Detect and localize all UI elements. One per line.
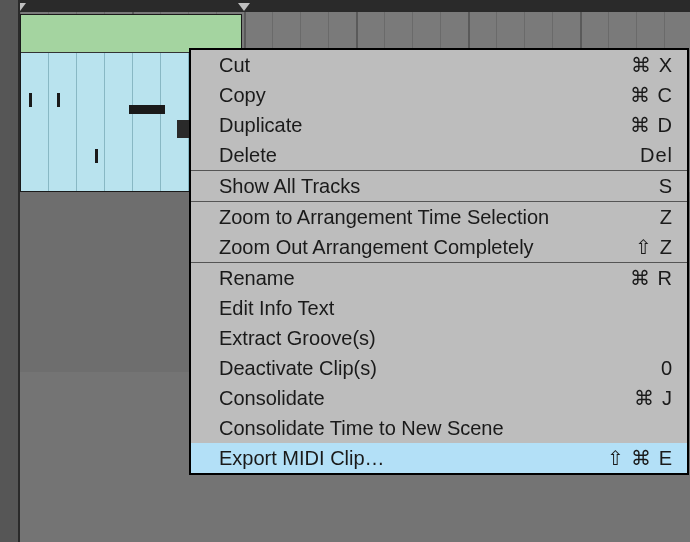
midi-note: [129, 105, 165, 114]
menu-item-zoom-selection[interactable]: Zoom to Arrangement Time Selection Z: [191, 202, 687, 232]
menu-item-extract-groove[interactable]: Extract Groove(s): [191, 323, 687, 353]
menu-label: Copy: [219, 84, 266, 107]
midi-note: [57, 93, 60, 107]
menu-item-duplicate[interactable]: Duplicate ⌘ D: [191, 110, 687, 140]
menu-shortcut: ⇧ Z: [635, 235, 673, 259]
menu-item-deactivate-clips[interactable]: Deactivate Clip(s) 0: [191, 353, 687, 383]
menu-shortcut: Del: [640, 144, 673, 167]
menu-label: Export MIDI Clip…: [219, 447, 385, 470]
menu-label: Deactivate Clip(s): [219, 357, 377, 380]
menu-shortcut: Z: [660, 206, 673, 229]
menu-label: Cut: [219, 54, 250, 77]
menu-item-cut[interactable]: Cut ⌘ X: [191, 50, 687, 80]
menu-label: Consolidate Time to New Scene: [219, 417, 504, 440]
midi-note: [95, 149, 98, 163]
menu-shortcut: ⌘ X: [631, 53, 673, 77]
menu-shortcut: 0: [661, 357, 673, 380]
menu-label: Zoom to Arrangement Time Selection: [219, 206, 549, 229]
track-gutter: [0, 0, 20, 542]
menu-item-delete[interactable]: Delete Del: [191, 140, 687, 170]
menu-item-show-all-tracks[interactable]: Show All Tracks S: [191, 171, 687, 201]
loop-brace[interactable]: [20, 3, 244, 13]
menu-label: Show All Tracks: [219, 175, 360, 198]
clip-edge: [177, 120, 189, 138]
menu-label: Duplicate: [219, 114, 302, 137]
menu-label: Extract Groove(s): [219, 327, 376, 350]
menu-label: Edit Info Text: [219, 297, 334, 320]
menu-shortcut: S: [659, 175, 673, 198]
midi-note: [29, 93, 32, 107]
menu-item-consolidate-scene[interactable]: Consolidate Time to New Scene: [191, 413, 687, 443]
menu-item-edit-info[interactable]: Edit Info Text: [191, 293, 687, 323]
menu-label: Consolidate: [219, 387, 325, 410]
menu-item-zoom-out[interactable]: Zoom Out Arrangement Completely ⇧ Z: [191, 232, 687, 262]
menu-label: Rename: [219, 267, 295, 290]
menu-shortcut: ⌘ R: [630, 266, 673, 290]
menu-item-copy[interactable]: Copy ⌘ C: [191, 80, 687, 110]
menu-item-export-midi[interactable]: Export MIDI Clip… ⇧ ⌘ E: [191, 443, 687, 473]
menu-label: Delete: [219, 144, 277, 167]
menu-item-rename[interactable]: Rename ⌘ R: [191, 263, 687, 293]
menu-item-consolidate[interactable]: Consolidate ⌘ J: [191, 383, 687, 413]
menu-shortcut: ⌘ C: [630, 83, 673, 107]
menu-shortcut: ⌘ D: [630, 113, 673, 137]
context-menu: Cut ⌘ X Copy ⌘ C Duplicate ⌘ D Delete De…: [189, 48, 689, 475]
menu-shortcut: ⇧ ⌘ E: [607, 446, 673, 470]
menu-shortcut: ⌘ J: [634, 386, 673, 410]
menu-label: Zoom Out Arrangement Completely: [219, 236, 534, 259]
